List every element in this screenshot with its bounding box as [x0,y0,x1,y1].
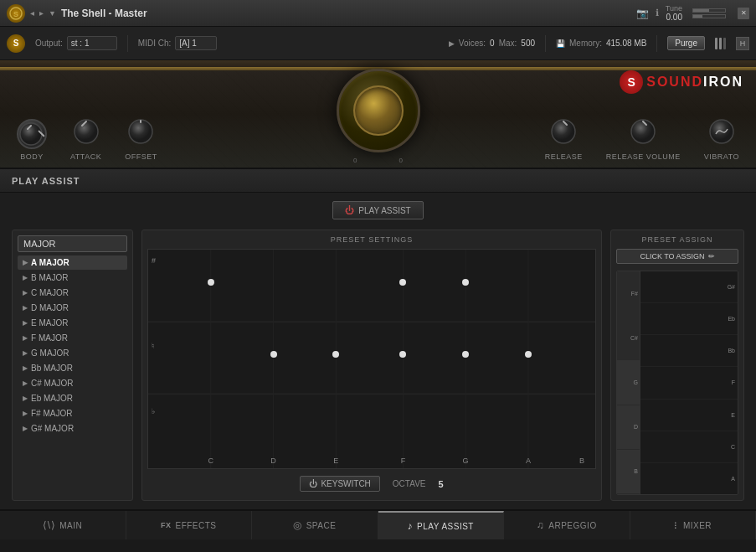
voices-label: Voices: [459,39,486,48]
chevron-icon: ▶ [23,364,28,372]
keyswitch-button[interactable]: ⏻ KEYSWITCH [300,476,379,492]
camera-icon[interactable]: 📷 [636,8,649,19]
output-select[interactable]: st : 1 [67,36,117,50]
scale-list-panel: MAJOR MINOR PENTATONIC BLUES CHROMATIC ▶… [12,230,133,501]
piano-key-cs[interactable]: C# [617,316,640,360]
note-row-c[interactable]: C [640,431,738,463]
scale-item-cs-major[interactable]: ▶ C# MAJOR [18,376,127,390]
h-button[interactable]: H [736,37,749,50]
midi-select[interactable]: [A] 1 [175,36,217,50]
scale-item-label: Bb MAJOR [31,364,73,373]
tab-effects[interactable]: FX EFFECTS [126,511,253,539]
play-assist-toggle-button[interactable]: ⏻ PLAY ASSIST [332,201,423,219]
piano-key-fs[interactable]: F# [617,271,640,316]
memory-icon: 💾 [556,39,565,48]
info-icon[interactable]: ℹ [656,8,659,18]
release-volume-label: RELEASE VOLUME [606,152,681,161]
main-content-area: ⏻ PLAY ASSIST MAJOR MINOR PENTATONIC BLU… [0,193,756,509]
scale-item-a-major[interactable]: ▶ A MAJOR [18,255,127,270]
vibrato-knob-container: VIBRATO [704,117,739,161]
release-volume-knob-container: RELEASE VOLUME [606,117,681,161]
release-knob[interactable] [549,117,578,149]
keyswitch-power-icon: ⏻ [309,479,317,488]
click-to-assign-button[interactable]: CLICK TO ASSIGN ✏ [616,249,738,264]
tab-play-assist[interactable]: ♪ PLAY ASSIST [378,511,505,539]
scale-item-b-major[interactable]: ▶ B MAJOR [18,271,127,285]
arrow-left-icon[interactable]: ◂ [30,8,34,18]
tab-main[interactable]: ⟨\⟩ MAIN [0,511,126,539]
chevron-icon: ▶ [23,379,28,387]
scale-item-bb-major[interactable]: ▶ Bb MAJOR [18,361,127,375]
note-row-bb[interactable]: Bb [640,335,738,367]
page-title: The Shell - Master [61,8,631,19]
offset-knob[interactable] [126,117,155,149]
natural-row-label: ♮ [152,342,154,350]
note-row-gs[interactable]: G# [640,271,738,303]
chevron-icon: ▶ [23,395,28,402]
scale-item-label: G MAJOR [31,348,69,358]
play-assist-section-header: PLAY ASSIST [0,169,756,193]
chevron-icon: ▶ [23,410,28,417]
scale-item-g-major[interactable]: ▶ G MAJOR [18,346,127,360]
grid-dot-a[interactable] [525,351,532,358]
note-d-label: D [270,457,276,465]
release-volume-knob[interactable] [629,117,657,149]
effects-tab-label: EFFECTS [175,521,216,530]
piano-roll-area: F# C# G D B G# Eb Bb F E C A [616,271,738,495]
midi-label: MIDI Ch: [138,39,171,48]
body-label: BODY [20,152,44,161]
grid-dot-d[interactable] [270,351,277,358]
grid-dot-f-sharp[interactable] [399,279,406,286]
max-label: Max: [499,39,517,48]
scale-item-eb-major[interactable]: ▶ Eb MAJOR [18,391,127,405]
grid-dot-f[interactable] [399,351,406,358]
grid-dot-g[interactable] [462,351,469,358]
scale-type-select[interactable]: MAJOR MINOR PENTATONIC BLUES CHROMATIC [18,235,127,252]
scale-item-fs-major[interactable]: ▶ F# MAJOR [18,406,127,420]
arrow-right-icon[interactable]: ▸ [39,8,44,18]
max-value: 500 [521,39,535,48]
tab-space[interactable]: ◎ SPACE [252,511,378,539]
note-grid-area[interactable]: # ♮ ♭ C D [147,249,596,469]
tune-value: 0.00 [666,13,682,22]
title-bar: S ◂ ▸ ▼ The Shell - Master 📷 ℹ Tune 0.00… [0,0,756,27]
scale-item-d-major[interactable]: ▶ D MAJOR [18,301,127,315]
play-assist-tab-icon: ♪ [408,520,414,532]
purge-button[interactable]: Purge [667,36,705,50]
scale-item-e-major[interactable]: ▶ E MAJOR [18,316,127,330]
body-knob[interactable] [17,119,47,149]
close-button[interactable]: ✕ [738,8,749,19]
piano-key-d[interactable]: D [617,405,640,450]
grid-dot-g-sharp[interactable] [462,279,469,286]
grid-dot-e[interactable] [332,351,339,358]
chevron-icon: ▶ [23,304,28,312]
vibrato-knob[interactable] [707,117,736,149]
note-row-e[interactable]: E [640,400,738,431]
play-assist-header-label: PLAY ASSIST [12,176,80,186]
play-assist-toggle-label: PLAY ASSIST [358,206,410,215]
note-row-eb[interactable]: Eb [640,303,738,335]
tab-mixer[interactable]: ⫶ MIXER [630,511,757,539]
piano-key-g[interactable]: G [617,360,640,405]
sharp-row-label: # [152,256,156,265]
keyswitch-label: KEYSWITCH [321,479,370,488]
soundiron-logo: S SOUNDIRON [620,70,743,94]
scale-item-c-major[interactable]: ▶ C MAJOR [18,286,127,300]
note-row-f[interactable]: F [640,367,738,399]
arpeggio-tab-icon: ♫ [537,519,545,531]
scale-item-f-major[interactable]: ▶ F MAJOR [18,331,127,345]
offset-label: OFFSET [125,152,157,161]
scale-item-gs-major[interactable]: ▶ G# MAJOR [18,421,127,436]
attack-knob[interactable] [72,117,100,149]
vibrato-label: VIBRATO [704,152,739,161]
memory-value: 415.08 MB [606,39,646,48]
grid-dot-c-sharp[interactable] [208,279,214,286]
scale-item-label: G# MAJOR [31,424,74,433]
keyswitch-controls: ⏻ KEYSWITCH OCTAVE 5 [147,469,596,495]
main-volume-knob[interactable] [337,69,420,152]
tab-arpeggio[interactable]: ♫ ARPEGGIO [504,511,630,539]
piano-key-b[interactable]: B [617,450,640,494]
note-b-label: B [579,457,584,465]
chevron-icon: ▶ [23,289,28,297]
note-row-a[interactable]: A [640,463,738,494]
